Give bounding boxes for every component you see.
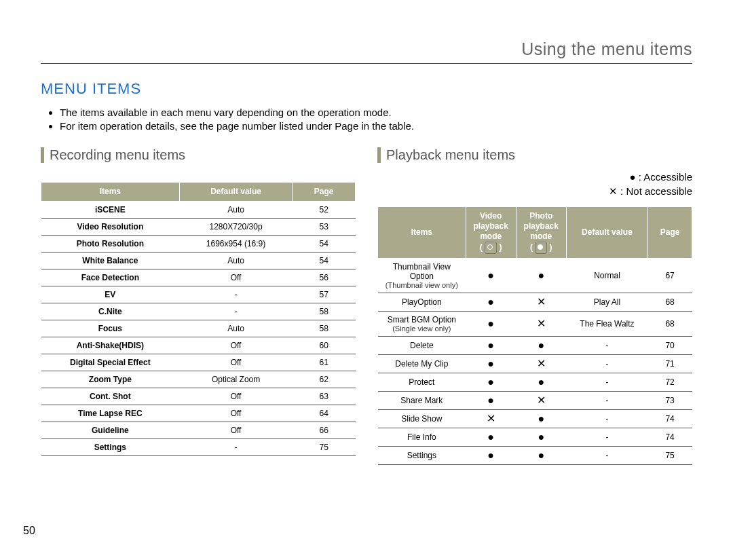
page-cell: 68 [648, 312, 692, 337]
photo-mode-cell: ● [516, 447, 566, 465]
default-cell: Optical Zoom [179, 371, 293, 388]
item-cell: Delete My Clip [378, 355, 466, 373]
table-row: FocusAuto58 [41, 320, 356, 337]
page-cell: 67 [648, 259, 692, 293]
table-row: Share Mark●✕-73 [378, 392, 692, 410]
video-mode-icon [485, 242, 497, 254]
recording-column: Recording menu items Items Default value… [41, 147, 356, 465]
default-cell: - [566, 447, 647, 465]
table-row: Slide Show✕●-74 [378, 410, 692, 428]
recording-heading: Recording menu items [41, 147, 356, 163]
content-columns: Recording menu items Items Default value… [41, 147, 692, 465]
page-cell: 73 [648, 392, 692, 410]
photo-mode-cell: ● [516, 410, 566, 428]
table-row: File Info●●-74 [378, 428, 692, 447]
photo-mode-icon [535, 242, 547, 254]
legend-not-accessible: ✕ : Not accessible [609, 185, 692, 197]
page-cell: 58 [293, 303, 356, 320]
legend: ● : Accessible ✕ : Not accessible [377, 170, 692, 198]
photo-mode-cell: ● [516, 337, 566, 355]
item-cell: iSCENE [41, 202, 180, 219]
video-mode-cell: ✕ [466, 410, 516, 428]
page-cell: 56 [293, 269, 356, 286]
default-cell: - [566, 337, 647, 355]
default-cell: - [179, 439, 293, 456]
default-cell: Play All [566, 293, 647, 312]
table-row: Settings-75 [41, 439, 356, 456]
item-cell: File Info [378, 428, 466, 447]
table-row: Cont. ShotOff63 [41, 388, 356, 405]
photo-mode-cell: ✕ [516, 392, 566, 410]
page-cell: 75 [648, 447, 692, 465]
page-number: 50 [23, 525, 35, 537]
table-row: Video Resolution1280X720/30p53 [41, 219, 356, 236]
item-cell: Guideline [41, 422, 180, 439]
video-mode-cell: ● [466, 337, 516, 355]
page-cell: 74 [648, 410, 692, 428]
intro-bullets: The items available in each menu vary de… [41, 106, 692, 132]
item-cell: Protect [378, 373, 466, 392]
default-cell: - [566, 410, 647, 428]
page-cell: 62 [293, 371, 356, 388]
video-mode-cell: ● [466, 447, 516, 465]
default-cell: - [179, 303, 293, 320]
table-row: White BalanceAuto54 [41, 253, 356, 269]
table-row: Photo Resolution1696x954 (16:9)54 [41, 236, 356, 253]
photo-mode-cell: ● [516, 428, 566, 447]
default-cell: Normal [566, 259, 647, 293]
page-cell: 70 [648, 337, 692, 355]
page-cell: 58 [293, 320, 356, 337]
item-cell: Time Lapse REC [41, 405, 180, 422]
manual-page: Using the menu items MENU ITEMS The item… [0, 0, 733, 560]
page-cell: 75 [293, 439, 356, 456]
col-header: Photo playback mode( ) [516, 207, 566, 259]
playback-heading: Playback menu items [377, 147, 692, 163]
table-row: Time Lapse RECOff64 [41, 405, 356, 422]
col-header: Page [293, 183, 356, 202]
col-header: Page [648, 207, 692, 259]
default-cell: Off [179, 405, 293, 422]
photo-mode-cell: ✕ [516, 355, 566, 373]
default-cell: Off [179, 388, 293, 405]
default-cell: Auto [179, 202, 293, 219]
col-header: Items [41, 183, 180, 202]
item-cell: Smart BGM Option(Single view only) [378, 312, 466, 337]
col-header: Default value [179, 183, 293, 202]
video-mode-cell: ● [466, 355, 516, 373]
default-cell: - [566, 355, 647, 373]
item-cell: Settings [41, 439, 180, 456]
table-row: Settings●●-75 [378, 447, 692, 465]
table-row: Protect●●-72 [378, 373, 692, 392]
item-cell: Cont. Shot [41, 388, 180, 405]
table-row: EV-57 [41, 286, 356, 303]
page-cell: 54 [293, 236, 356, 253]
item-cell: Digital Special Effect [41, 354, 180, 371]
photo-mode-cell: ● [516, 373, 566, 392]
table-row: GuidelineOff66 [41, 422, 356, 439]
default-cell: - [566, 392, 647, 410]
bullet-item: The items available in each menu vary de… [60, 106, 692, 119]
page-cell: 53 [293, 219, 356, 236]
page-cell: 64 [293, 405, 356, 422]
table-row: Delete My Clip●✕-71 [378, 355, 692, 373]
default-cell: 1696x954 (16:9) [179, 236, 293, 253]
video-mode-cell: ● [466, 373, 516, 392]
col-header: Items [378, 207, 466, 259]
video-mode-cell: ● [466, 293, 516, 312]
playback-table: Items Video playback mode( ) Photo playb… [377, 206, 692, 465]
table-row: Face DetectionOff56 [41, 269, 356, 286]
chapter-title: Using the menu items [41, 39, 692, 64]
table-row: Delete●●-70 [378, 337, 692, 355]
table-row: C.Nite-58 [41, 303, 356, 320]
page-cell: 68 [648, 293, 692, 312]
item-cell: Settings [378, 447, 466, 465]
video-mode-cell: ● [466, 312, 516, 337]
item-cell: Focus [41, 320, 180, 337]
item-cell: Delete [378, 337, 466, 355]
table-row: Smart BGM Option(Single view only)●✕The … [378, 312, 692, 337]
page-cell: 57 [293, 286, 356, 303]
table-row: Digital Special EffectOff61 [41, 354, 356, 371]
item-cell: Face Detection [41, 269, 180, 286]
default-cell: Off [179, 354, 293, 371]
item-cell: White Balance [41, 253, 180, 269]
